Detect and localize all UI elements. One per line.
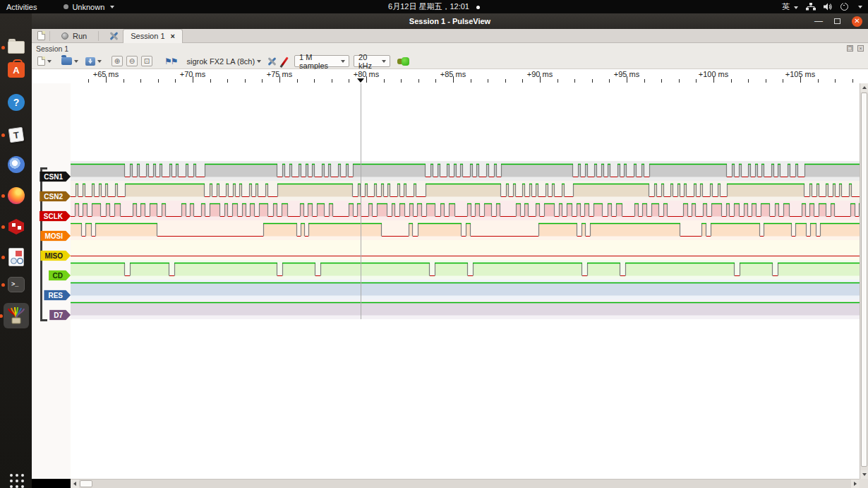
open-folder-icon: [61, 57, 72, 65]
chevron-down-icon: [47, 60, 52, 63]
ruler-tick: [384, 79, 385, 83]
time-ruler[interactable]: +65 ms+70 ms+75 ms+80 ms+85 ms+90 ms+95 …: [32, 69, 868, 83]
hscroll-thumb[interactable]: [80, 480, 92, 487]
channel-tag-miso[interactable]: MISO: [40, 251, 71, 261]
channel-tag-csn1[interactable]: CSN1: [40, 172, 71, 182]
close-button[interactable]: ✕: [852, 16, 862, 27]
channel-tag-sclk[interactable]: SCLK: [40, 211, 71, 222]
ruler-tick: [227, 79, 228, 83]
running-indicator-dot: [0, 314, 3, 318]
running-indicator-dot: [1, 225, 5, 229]
power-icon[interactable]: [840, 3, 848, 11]
window-titlebar[interactable]: Session 1 - PulseView — ✕: [32, 13, 868, 29]
chevron-down-icon[interactable]: [858, 6, 862, 8]
network-icon[interactable]: [806, 3, 816, 11]
configure-device-button[interactable]: [267, 56, 277, 66]
dock-item-ubuntu-software[interactable]: A: [6, 59, 27, 81]
channel-label-margin: [32, 83, 71, 479]
ruler-tick: [435, 79, 436, 83]
gnome-top-bar: Activities Unknown 6月12日 星期五，12:01 英: [0, 0, 868, 13]
chevron-down-icon: [794, 6, 798, 9]
float-dock-icon[interactable]: ❐: [847, 45, 853, 52]
ruler-tick: [574, 79, 575, 83]
connect-device-button[interactable]: [397, 57, 410, 66]
vscroll-thumb[interactable]: [861, 93, 867, 467]
ruler-tick: [540, 76, 541, 83]
ruler-tick: [453, 76, 454, 83]
vertical-scrollbar[interactable]: [860, 83, 868, 479]
dock-item-files[interactable]: [6, 37, 27, 58]
scroll-down-button[interactable]: [860, 470, 868, 479]
chevron-down-icon: [74, 60, 78, 63]
ruler-tick: [245, 79, 246, 83]
connect-icon: [397, 57, 410, 66]
running-indicator-dot: [1, 283, 5, 287]
scroll-up-button[interactable]: [860, 83, 868, 92]
hover-marker-icon: [357, 78, 364, 83]
sample-count-combo[interactable]: 1 M samples: [294, 55, 349, 67]
desktop: Activities Unknown 6月12日 星期五，12:01 英: [0, 0, 868, 488]
horizontal-scrollbar[interactable]: [71, 479, 860, 488]
trace-viewport[interactable]: CSN1CSN2SCLKMOSIMISOCDRESD7: [32, 83, 860, 479]
text-editor-icon: T: [8, 127, 25, 143]
open-file-button[interactable]: [61, 57, 78, 65]
help-icon: ?: [8, 94, 25, 111]
tab-close-icon[interactable]: ×: [171, 32, 175, 40]
save-file-button[interactable]: [85, 57, 102, 66]
zoom-in-button[interactable]: ⊕: [111, 56, 123, 66]
ruler-tick: [800, 76, 801, 83]
device-selector[interactable]: sigrok FX2 LA (8ch): [187, 57, 262, 66]
dock-item-help[interactable]: ?: [6, 92, 27, 113]
dock-item-firefox[interactable]: [6, 185, 27, 206]
wrench-icon: [109, 31, 119, 41]
ruler-tick: [297, 79, 298, 83]
ruler-tick: [679, 79, 680, 83]
dock-item-document-viewer[interactable]: [6, 246, 27, 268]
probe-channels-button[interactable]: [284, 56, 286, 66]
dock-item-chromium[interactable]: [6, 154, 27, 175]
ruler-tick: [522, 79, 523, 83]
channel-tag-csn2[interactable]: CSN2: [40, 191, 71, 202]
close-dock-icon[interactable]: ×: [857, 45, 864, 52]
sample-rate-combo[interactable]: 20 kHz: [354, 55, 390, 67]
probe-icon: [281, 56, 288, 66]
clock-menu[interactable]: 6月12日 星期五，12:01: [0, 1, 868, 12]
ruler-tick: [696, 79, 697, 83]
dock-item-pulseview[interactable]: [4, 303, 29, 328]
chromium-icon: [8, 156, 25, 173]
running-indicator-dot: [1, 194, 5, 198]
volume-icon[interactable]: [824, 3, 833, 11]
zoom-out-button[interactable]: ⊖: [126, 56, 138, 66]
zoom-fit-button[interactable]: ⊡: [141, 56, 152, 66]
dock-item-red-cube-app[interactable]: [6, 216, 27, 237]
run-button[interactable]: Run: [54, 32, 94, 40]
scroll-left-button[interactable]: [71, 480, 79, 488]
maximize-button[interactable]: [834, 18, 840, 24]
separator: [49, 31, 50, 41]
show-cursors-button[interactable]: ⚑⚑: [164, 56, 177, 66]
tab-session-1[interactable]: Session 1 ×: [123, 29, 183, 43]
new-file-button[interactable]: [37, 56, 52, 66]
minimize-button[interactable]: —: [814, 18, 823, 24]
settings-button[interactable]: [109, 31, 119, 41]
new-session-button[interactable]: [37, 31, 45, 40]
scroll-right-button[interactable]: [851, 480, 860, 488]
save-icon: [85, 57, 95, 66]
input-method-label: 英: [782, 2, 790, 11]
separator: [98, 31, 99, 41]
dock-item-show-applications[interactable]: [6, 470, 27, 488]
dock-item-text-editor[interactable]: T: [6, 124, 27, 145]
ruler-tick: [279, 76, 280, 83]
ruler-tick: [314, 79, 315, 83]
channel-tag-mosi[interactable]: MOSI: [40, 231, 71, 242]
ruler-tick: [592, 79, 593, 83]
running-indicator-dot: [1, 133, 5, 137]
input-method-indicator[interactable]: 英: [782, 1, 798, 12]
dock-item-terminal[interactable]: >_: [6, 274, 27, 295]
ruler-tick: [418, 79, 419, 83]
ruler-tick: [557, 79, 558, 83]
ruler-tick: [262, 79, 263, 83]
channel-tag-res[interactable]: RES: [44, 290, 71, 301]
ruler-tick: [349, 79, 349, 83]
waveform-canvas[interactable]: [71, 83, 860, 479]
